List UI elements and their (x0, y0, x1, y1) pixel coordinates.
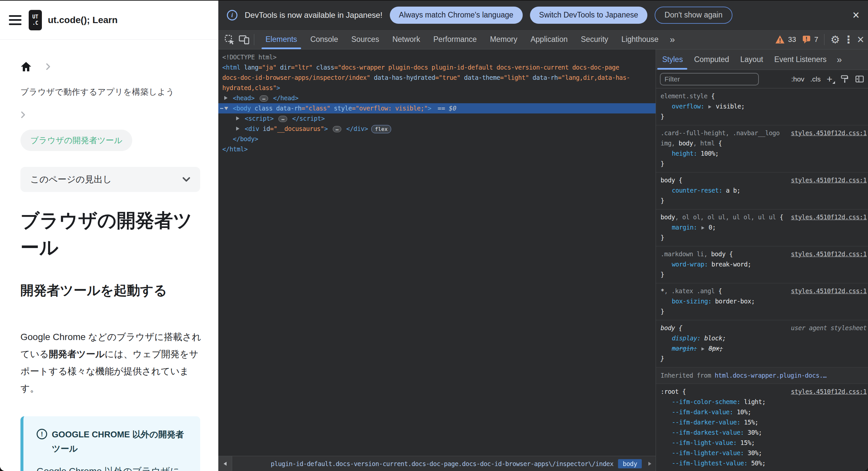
rule-selector[interactable]: *, .katex .angl { (660, 286, 790, 296)
ellipsis-button[interactable]: … (278, 116, 287, 122)
breadcrumb-selected-body[interactable]: body (618, 459, 642, 468)
tab-memory[interactable]: Memory (484, 30, 524, 49)
tab-styles[interactable]: Styles (657, 50, 689, 70)
info-icon: i (227, 10, 238, 21)
more-tabs-icon[interactable]: » (665, 34, 680, 45)
rule-selector[interactable]: body { (660, 175, 790, 185)
toc-collapsible[interactable]: このページの見出し (21, 167, 200, 192)
devtools-notification-bar: i DevTools is now available in Japanese!… (218, 1, 868, 30)
breadcrumb-forward-button[interactable] (644, 456, 656, 471)
ellipsis-button[interactable]: … (333, 126, 342, 132)
dom-doctype[interactable]: <!DOCTYPE html> (218, 52, 656, 62)
flex-badge[interactable]: flex (371, 125, 392, 133)
home-icon[interactable] (21, 61, 32, 72)
css-declaration[interactable]: --ifm-darker-value: 15%; (660, 417, 863, 428)
tab-sources[interactable]: Sources (345, 30, 385, 49)
tab-computed[interactable]: Computed (689, 50, 735, 70)
tab-console[interactable]: Console (304, 30, 345, 49)
dom-body-close[interactable]: </body> (218, 134, 656, 144)
tab-application[interactable]: Application (524, 30, 575, 49)
css-declaration[interactable]: counter-reset: a b; (660, 185, 863, 196)
dom-head[interactable]: <head> … </head> (218, 93, 656, 103)
warning-count[interactable]: 33 (788, 35, 796, 44)
css-declaration[interactable]: height: 100%; (660, 149, 863, 159)
stylesheet-link[interactable]: styles.4510f12d.css:1 (791, 212, 867, 222)
stylesheet-link[interactable]: styles.4510f12d.css:1 (791, 249, 867, 259)
rule-selector[interactable]: .card--full-height, .navbar__logo img, b… (660, 128, 790, 149)
stylesheet-link[interactable]: styles.4510f12d.css:1 (791, 386, 867, 397)
dom-html-close[interactable]: </html> (218, 144, 656, 154)
css-declaration[interactable]: --ifm-color-scheme: light; (660, 397, 863, 407)
css-declaration[interactable]: --ifm-darkest-value: 30%; (660, 428, 863, 438)
inspect-element-icon[interactable] (222, 32, 237, 47)
stylesheet-link[interactable]: styles.4510f12d.css:1 (791, 286, 867, 296)
tab-elements[interactable]: Elements (259, 30, 304, 49)
selected-node-marker: == $0 (438, 104, 457, 112)
class-toggle[interactable]: .cls (810, 75, 821, 83)
gear-icon[interactable]: ⚙ (830, 34, 840, 45)
breadcrumb-path[interactable]: plugin-id-default.docs-version-current.d… (271, 460, 613, 467)
new-style-rule-icon[interactable]: + (827, 74, 832, 84)
dom-breadcrumb-bar: plugin-id-default.docs-version-current.d… (218, 456, 656, 471)
css-declaration[interactable]: --ifm-dark-value: 10%; (660, 407, 863, 417)
expand-icon[interactable] (702, 226, 705, 229)
tab-layout[interactable]: Layout (735, 50, 769, 70)
css-declaration[interactable]: display: block; (660, 333, 863, 343)
css-declaration[interactable]: word-wrap: break-word; (660, 259, 863, 270)
dom-html-open[interactable]: <html lang="ja" dir="ltr" class="docs-wr… (218, 62, 656, 93)
more-tabs-icon[interactable]: » (832, 55, 846, 65)
css-declaration[interactable]: --ifm-lighter-value: 30%; (660, 448, 863, 458)
expand-icon[interactable] (236, 127, 240, 131)
css-rule-element-style: element.style { overflow: visible; } (656, 88, 868, 125)
switch-devtools-japanese-button[interactable]: Switch DevTools to Japanese (530, 7, 647, 24)
css-declaration[interactable]: overflow: visible; (660, 101, 863, 112)
expand-icon[interactable] (224, 96, 227, 100)
hover-state-toggle[interactable]: :hov (791, 75, 804, 83)
tab-event-listeners[interactable]: Event Listeners (769, 50, 832, 70)
hamburger-menu-icon[interactable] (9, 15, 22, 25)
dom-docusaurus-div[interactable]: <div id="__docusaurus"> … </div>flex (218, 124, 656, 134)
doc-content: ブラウザで動作するアプリを構築しよう ブラウザの開発者ツール このページの見出し… (0, 61, 211, 471)
paintbrush-icon[interactable] (840, 74, 849, 84)
tab-performance[interactable]: Performance (427, 30, 484, 49)
close-icon[interactable]: × (857, 34, 864, 45)
warning-icon[interactable] (775, 35, 785, 44)
tab-network[interactable]: Network (386, 30, 427, 49)
device-toolbar-icon[interactable] (237, 32, 251, 47)
stylesheet-link[interactable]: styles.4510f12d.css:1 (791, 175, 867, 185)
dont-show-again-button[interactable]: Don't show again (655, 7, 733, 24)
css-declaration[interactable]: box-sizing: border-box; (660, 296, 863, 306)
close-icon[interactable]: × (852, 9, 860, 21)
css-declaration[interactable]: margin: 0; (660, 222, 863, 232)
rule-selector[interactable]: body { (660, 323, 790, 333)
issues-icon[interactable] (802, 35, 811, 44)
rule-selector[interactable]: body, ol ol, ol ul, ul ol, ul ul { (660, 212, 790, 222)
inherited-node-link[interactable]: html.docs-wrapper.plugin-docs.… (715, 372, 827, 379)
ellipsis-button[interactable]: … (259, 95, 269, 102)
dom-script[interactable]: <script> … </script> (218, 114, 656, 124)
expand-icon[interactable] (702, 347, 705, 351)
kebab-menu-icon[interactable]: ⋮ (843, 34, 854, 45)
breadcrumb-back-button[interactable] (218, 456, 232, 471)
sidebar-toggle-icon[interactable] (855, 74, 864, 84)
css-declaration[interactable]: --ifm-lightest-value: 50%; (660, 458, 863, 468)
expand-icon[interactable] (708, 105, 711, 108)
collapse-icon[interactable] (224, 107, 228, 110)
tab-security[interactable]: Security (574, 30, 615, 49)
notification-message: DevTools is now available in Japanese! (245, 10, 382, 20)
styles-filter-input[interactable] (660, 73, 759, 86)
rule-selector[interactable]: .markdown li, body { (660, 249, 790, 259)
rule-selector[interactable]: element.style { (660, 91, 790, 101)
css-declaration[interactable]: --ifm-light-value: 15%; (660, 438, 863, 448)
expand-icon[interactable] (236, 117, 240, 120)
row-handle-icon[interactable]: ⋯ (220, 103, 224, 114)
site-logo[interactable]: UT .C (29, 10, 42, 30)
always-match-language-button[interactable]: Always match Chrome's language (390, 7, 523, 24)
tab-lighthouse[interactable]: Lighthouse (615, 30, 665, 49)
issue-count[interactable]: 7 (814, 35, 818, 44)
rule-selector[interactable]: :root { (660, 386, 790, 397)
css-declaration-overridden[interactable]: margin: 8px; (660, 343, 863, 353)
dom-body-selected[interactable]: ⋯ <body class data-rh="class" style="ove… (218, 103, 656, 114)
stylesheet-link[interactable]: styles.4510f12d.css:1 (791, 128, 867, 138)
site-title[interactable]: ut.code(); Learn (48, 15, 118, 25)
